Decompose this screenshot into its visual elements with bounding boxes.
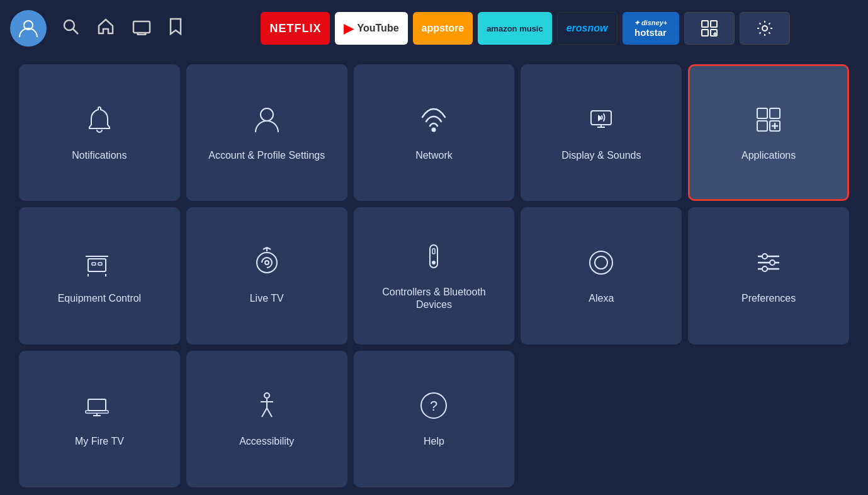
tile-accessibility[interactable]: Accessibility <box>186 351 347 487</box>
applications-icon <box>752 103 785 140</box>
svg-rect-9 <box>702 30 708 36</box>
live-tv-label: Live TV <box>250 292 284 305</box>
appstore-label: appstore <box>422 23 465 34</box>
svg-line-54 <box>262 408 267 417</box>
preferences-label: Preferences <box>741 292 796 305</box>
display-sounds-label: Display & Sounds <box>561 149 641 162</box>
svg-point-15 <box>432 128 436 131</box>
settings-grid: Notifications Account & Profile Settings… <box>0 57 868 495</box>
svg-point-35 <box>265 261 269 265</box>
svg-point-39 <box>590 251 612 274</box>
tile-notifications[interactable]: Notifications <box>19 64 180 201</box>
svg-rect-25 <box>88 259 106 271</box>
alexa-label: Alexa <box>589 292 614 305</box>
tile-applications[interactable]: Applications <box>688 64 849 201</box>
equipment-control-label: Equipment Control <box>58 292 142 305</box>
youtube-label: YouTube <box>357 23 398 34</box>
accessibility-label: Accessibility <box>239 435 294 448</box>
netflix-label: NETFLIX <box>269 22 321 35</box>
bookmark-icon[interactable] <box>166 15 185 42</box>
controllers-bluetooth-label: Controllers & Bluetooth Devices <box>364 286 505 312</box>
app-hotstar[interactable]: ✦ disney+ hotstar <box>623 12 679 45</box>
app-youtube[interactable]: ▶ YouTube <box>335 12 407 45</box>
svg-point-31 <box>257 253 277 273</box>
header: NETFLIX ▶ YouTube appstore amazon music … <box>0 0 868 57</box>
app-netflix[interactable]: NETFLIX <box>261 12 330 45</box>
tile-controllers-bluetooth[interactable]: Controllers & Bluetooth Devices <box>354 207 515 344</box>
display-sounds-icon <box>585 103 617 140</box>
header-apps: NETFLIX ▶ YouTube appstore amazon music … <box>193 12 858 45</box>
svg-rect-30 <box>98 263 102 265</box>
notifications-icon <box>83 103 116 140</box>
app-appstore[interactable]: appstore <box>413 12 473 45</box>
network-label: Network <box>415 149 453 162</box>
search-icon[interactable] <box>59 15 82 42</box>
svg-rect-8 <box>711 21 717 27</box>
tile-alexa[interactable]: Alexa <box>521 207 682 344</box>
controllers-bluetooth-icon <box>417 240 450 277</box>
alexa-icon <box>585 246 617 283</box>
disney-label: ✦ disney+ <box>634 19 667 27</box>
erosnow-label: erosnow <box>566 23 608 34</box>
applications-label: Applications <box>741 149 796 162</box>
svg-rect-47 <box>88 399 106 411</box>
my-fire-tv-icon <box>83 389 116 426</box>
account-icon <box>251 103 283 140</box>
svg-point-1 <box>64 20 74 30</box>
header-nav <box>10 10 185 47</box>
home-icon[interactable] <box>94 15 117 42</box>
equipment-control-icon <box>83 246 116 283</box>
help-label: Help <box>424 435 444 448</box>
svg-rect-7 <box>702 21 708 27</box>
tile-live-tv[interactable]: Live TV <box>186 207 347 344</box>
svg-point-40 <box>595 256 607 269</box>
tile-help[interactable]: ? Help <box>354 351 515 487</box>
tile-display-sounds[interactable]: Display & Sounds <box>521 64 682 201</box>
app-erosnow[interactable]: erosnow <box>557 12 617 45</box>
notifications-label: Notifications <box>72 149 127 162</box>
tile-account-profile[interactable]: Account & Profile Settings <box>186 64 347 201</box>
settings-button[interactable] <box>740 12 790 45</box>
svg-rect-29 <box>92 263 96 265</box>
tv-icon[interactable] <box>130 15 154 42</box>
user-avatar[interactable] <box>10 10 47 47</box>
app-grid-button[interactable] <box>684 12 735 45</box>
my-fire-tv-label: My Fire TV <box>75 435 124 448</box>
youtube-logo-icon: ▶ <box>344 21 353 36</box>
svg-point-51 <box>264 393 269 398</box>
hotstar-label: hotstar <box>634 27 667 38</box>
accessibility-icon <box>251 389 283 426</box>
app-amazon-music[interactable]: amazon music <box>478 12 552 45</box>
svg-rect-37 <box>432 249 435 254</box>
svg-rect-20 <box>770 108 780 118</box>
svg-point-14 <box>261 108 273 121</box>
svg-rect-21 <box>757 121 767 131</box>
live-tv-icon <box>251 246 283 283</box>
account-profile-label: Account & Profile Settings <box>208 149 325 162</box>
svg-rect-3 <box>133 21 150 33</box>
network-icon <box>417 103 450 140</box>
svg-rect-48 <box>86 411 108 413</box>
tile-network[interactable]: Network <box>354 64 515 201</box>
svg-point-46 <box>762 266 767 271</box>
svg-point-38 <box>432 261 435 264</box>
amazon-music-label: amazon music <box>487 24 543 33</box>
tile-my-fire-tv[interactable]: My Fire TV <box>19 351 180 487</box>
svg-rect-10 <box>711 30 717 36</box>
svg-point-13 <box>762 26 767 31</box>
preferences-icon <box>752 246 785 283</box>
tile-equipment-control[interactable]: Equipment Control <box>19 207 180 344</box>
svg-point-45 <box>770 260 775 265</box>
tile-preferences[interactable]: Preferences <box>688 207 849 344</box>
svg-line-55 <box>267 408 272 417</box>
svg-line-2 <box>73 29 78 34</box>
svg-rect-19 <box>757 108 767 118</box>
svg-point-44 <box>762 254 767 259</box>
help-icon: ? <box>417 389 450 426</box>
svg-text:?: ? <box>430 398 437 414</box>
